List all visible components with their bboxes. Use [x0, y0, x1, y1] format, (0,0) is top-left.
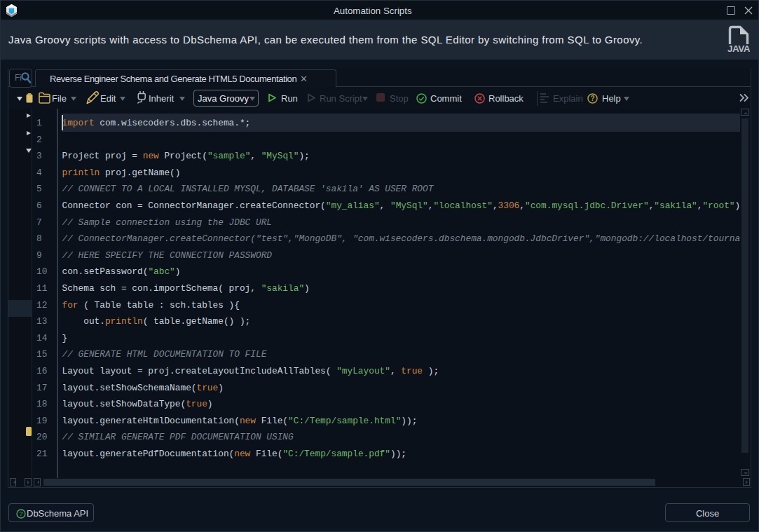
svg-text:?: ?	[19, 510, 22, 517]
svg-text:JAVA: JAVA	[727, 43, 750, 53]
svg-text:?: ?	[590, 95, 594, 102]
